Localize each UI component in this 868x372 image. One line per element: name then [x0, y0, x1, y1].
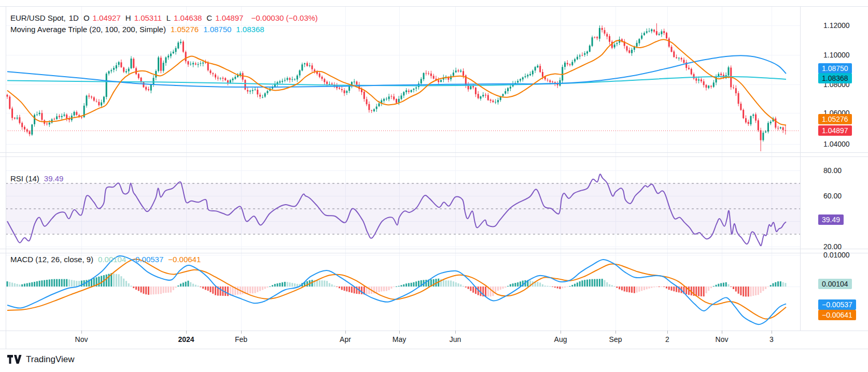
ma-value: 1.08368 — [236, 25, 264, 34]
time-axis-label: Apr — [340, 335, 351, 344]
tradingview-chart-window: EUR/USD Spot,1DO1.04927H1.05311L1.04638C… — [0, 0, 868, 372]
price-badge: 1.05276 — [818, 114, 852, 124]
tradingview-logo[interactable]: TradingView — [7, 354, 75, 365]
axis-tick-label: 1.12000 — [823, 21, 850, 30]
tradingview-logo-text: TradingView — [26, 354, 75, 365]
time-axis-label: Jun — [450, 335, 461, 344]
rsi-pane[interactable] — [6, 156, 800, 249]
price-badge: −0.00641 — [818, 310, 856, 320]
ohlc-key: H — [125, 13, 131, 22]
time-axis[interactable] — [0, 331, 868, 349]
ohlc-key: C — [206, 13, 212, 22]
ma-title: Moving Average Triple (20, 100, 200, Sim… — [10, 25, 166, 34]
axis-tick-label: 20.00 — [823, 242, 842, 251]
price-badge: 1.08750 — [818, 63, 852, 74]
axis-tick-label: 0.01000 — [823, 251, 850, 259]
ohlc-value: 1.04927 — [93, 13, 121, 22]
ma-legend[interactable]: Moving Average Triple (20, 100, 200, Sim… — [10, 25, 272, 34]
ohlc-key: O — [83, 13, 90, 22]
ohlc-key: L — [166, 13, 171, 22]
ohlc-value: 1.05311 — [134, 13, 162, 22]
macd-legend[interactable]: MACD (12, 26, close, 9)0.00104−0.00537−0… — [10, 255, 208, 264]
ohlc-value: 1.04638 — [174, 13, 202, 22]
rsi-legend[interactable]: RSI (14)39.49 — [10, 174, 66, 183]
timeframe-label: 1D — [69, 13, 79, 22]
time-axis-label: Aug — [554, 335, 567, 344]
axis-tick-label: 80.00 — [823, 166, 842, 175]
macd-title: MACD (12, 26, close, 9) — [10, 255, 93, 264]
price-badge: −0.00537 — [818, 299, 856, 310]
ohlc-value: 1.04897 — [215, 13, 243, 22]
ohlc-values: O1.04927H1.05311L1.04638C1.04897 — [83, 13, 248, 22]
time-axis-label: Sep — [609, 335, 622, 344]
macd-value: −0.00641 — [168, 255, 201, 264]
price-badge: 1.08368 — [818, 73, 852, 83]
symbol-legend[interactable]: EUR/USD Spot,1DO1.04927H1.05311L1.04638C… — [10, 13, 321, 22]
axis-tick-label: 60.00 — [823, 192, 842, 200]
ma-value: 1.05276 — [171, 25, 199, 34]
ma-values: 1.052761.087501.08368 — [171, 25, 269, 34]
rsi-title: RSI (14) — [10, 174, 39, 183]
price-badge: 1.04897 — [818, 125, 852, 136]
time-axis-label: 2 — [665, 335, 669, 344]
macd-values: 0.00104−0.00537−0.00641 — [98, 255, 205, 264]
axis-tick-label: 1.04000 — [823, 140, 850, 148]
macd-value: 0.00104 — [98, 255, 126, 264]
macd-value: −0.00537 — [131, 255, 163, 264]
time-axis-label: Nov — [75, 335, 88, 344]
time-axis-label: Feb — [235, 335, 247, 344]
price-badge: 0.00104 — [818, 279, 852, 289]
time-axis-label: 3 — [769, 335, 774, 344]
change-value: −0.00030 (−0.03%) — [251, 13, 317, 22]
rsi-value: 39.49 — [44, 174, 64, 183]
price-badge: 39.49 — [818, 214, 844, 225]
time-axis-label: Nov — [716, 335, 729, 344]
time-axis-label: 2024 — [178, 335, 194, 344]
macd-pane[interactable] — [6, 253, 800, 331]
ma-value: 1.08750 — [203, 25, 231, 34]
axis-tick-label: 1.10000 — [823, 51, 850, 59]
tradingview-logo-icon — [7, 355, 22, 364]
time-axis-label: May — [393, 335, 406, 344]
symbol-name: EUR/USD Spot, — [10, 13, 66, 22]
